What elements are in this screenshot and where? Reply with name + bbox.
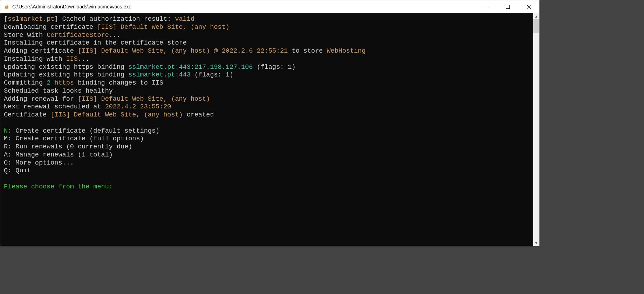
log-text: Next renewal scheduled at	[4, 103, 105, 111]
svg-rect-0	[485, 7, 489, 7]
menu-key[interactable]: A:	[4, 151, 12, 159]
scroll-track[interactable]	[533, 19, 539, 240]
lock-icon	[4, 4, 9, 9]
log-text: ...	[78, 55, 89, 63]
menu-label[interactable]: Run renewals (0 currently due)	[12, 143, 132, 151]
log-text: Certificate	[4, 111, 50, 119]
scroll-up-arrow[interactable]: ▲	[533, 13, 539, 19]
log-text: (flags: 1)	[253, 64, 296, 71]
maximize-button[interactable]	[497, 0, 518, 13]
log-domain: sslmarket.pt	[8, 15, 54, 23]
vertical-scrollbar[interactable]: ▲ ▼	[533, 13, 539, 246]
menu-prompt: Please choose from the menu:	[4, 183, 113, 191]
log-text: Installing with	[4, 55, 66, 63]
log-text: to store	[288, 47, 327, 55]
log-text: Scheduled task looks healthy	[4, 87, 113, 95]
log-text: Adding certificate	[4, 47, 78, 55]
menu-label[interactable]: Manage renewals (1 total)	[12, 151, 113, 159]
log-text: ...	[109, 32, 121, 39]
log-binding: sslmarket.pt:443	[128, 71, 191, 79]
log-site: [IIS] Default Web Site, (any host)	[97, 24, 229, 31]
log-store: CertificateStore	[47, 32, 109, 39]
menu-label[interactable]: Create certificate (full options)	[12, 135, 144, 142]
window-title: C:\Users\Administrator\Downloads\win-acm…	[12, 4, 476, 9]
console-output[interactable]: [sslmarket.pt] Cached authorization resu…	[0, 13, 533, 246]
log-text: Updating existing https binding	[4, 71, 128, 79]
scroll-down-arrow[interactable]: ▼	[533, 240, 539, 246]
menu-label[interactable]: More options...	[12, 159, 74, 167]
scroll-thumb[interactable]	[533, 19, 539, 33]
log-date: 2022.4.2 23:55:20	[105, 103, 171, 111]
log-webhosting: WebHosting	[327, 47, 365, 55]
menu-key[interactable]: M:	[4, 135, 12, 142]
log-text: Committing	[4, 79, 47, 87]
log-text: binding changes to IIS	[74, 79, 163, 87]
log-text: Store with	[4, 32, 47, 39]
log-text: Installing certificate in the certificat…	[4, 39, 187, 47]
log-site: [IIS] Default Web Site, (any host)	[50, 111, 183, 119]
minimize-button[interactable]	[476, 0, 497, 13]
log-site-ts: [IIS] Default Web Site, (any host) @ 202…	[78, 47, 288, 55]
app-window: C:\Users\Administrator\Downloads\win-acm…	[0, 0, 540, 246]
log-text: created	[183, 111, 214, 119]
log-text: Adding renewal for	[4, 95, 78, 103]
menu-label[interactable]: Quit	[12, 167, 31, 174]
log-text: Updating existing https binding	[4, 64, 128, 71]
menu-key[interactable]: Q:	[4, 167, 12, 174]
titlebar[interactable]: C:\Users\Administrator\Downloads\win-acm…	[0, 0, 539, 13]
log-text: Downloading certificate	[4, 24, 97, 31]
menu-label[interactable]: Create certificate (default settings)	[12, 127, 159, 135]
log-count: 2	[47, 79, 50, 87]
menu-key[interactable]: N:	[4, 127, 12, 135]
log-https: https	[54, 79, 74, 87]
log-text: ] Cached authorization result:	[54, 15, 175, 23]
console-area: [sslmarket.pt] Cached authorization resu…	[0, 13, 539, 246]
log-valid: valid	[175, 15, 195, 23]
log-text: [	[4, 15, 8, 23]
window-controls	[476, 0, 539, 13]
log-iis: IIS	[66, 55, 78, 63]
log-binding: sslmarket.pt:443:217.198.127.106	[128, 64, 253, 71]
log-text	[50, 79, 54, 87]
menu-key[interactable]: O:	[4, 159, 12, 167]
menu-key[interactable]: R:	[4, 143, 12, 151]
log-text: (flags: 1)	[191, 71, 233, 79]
close-button[interactable]	[518, 0, 539, 13]
svg-rect-1	[506, 5, 509, 8]
log-site: [IIS] Default Web Site, (any host)	[78, 95, 210, 103]
